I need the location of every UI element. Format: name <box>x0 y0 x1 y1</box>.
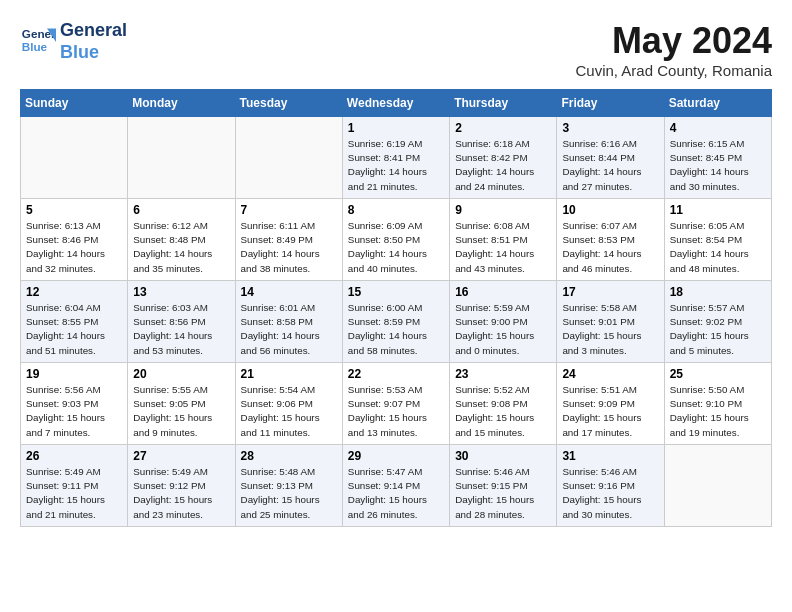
page-header: General Blue General Blue May 2024 Cuvin… <box>20 20 772 79</box>
day-number: 7 <box>241 203 337 217</box>
day-info: Sunrise: 5:53 AM Sunset: 9:07 PM Dayligh… <box>348 383 444 440</box>
calendar-day-cell: 16Sunrise: 5:59 AM Sunset: 9:00 PM Dayli… <box>450 281 557 363</box>
calendar-day-cell <box>235 117 342 199</box>
day-info: Sunrise: 6:04 AM Sunset: 8:55 PM Dayligh… <box>26 301 122 358</box>
calendar-day-cell: 3Sunrise: 6:16 AM Sunset: 8:44 PM Daylig… <box>557 117 664 199</box>
calendar-week-row: 1Sunrise: 6:19 AM Sunset: 8:41 PM Daylig… <box>21 117 772 199</box>
day-info: Sunrise: 5:58 AM Sunset: 9:01 PM Dayligh… <box>562 301 658 358</box>
day-info: Sunrise: 6:00 AM Sunset: 8:59 PM Dayligh… <box>348 301 444 358</box>
day-number: 16 <box>455 285 551 299</box>
calendar-day-cell: 20Sunrise: 5:55 AM Sunset: 9:05 PM Dayli… <box>128 363 235 445</box>
day-of-week-header: Tuesday <box>235 90 342 117</box>
calendar-day-cell: 29Sunrise: 5:47 AM Sunset: 9:14 PM Dayli… <box>342 445 449 527</box>
day-number: 22 <box>348 367 444 381</box>
day-info: Sunrise: 6:07 AM Sunset: 8:53 PM Dayligh… <box>562 219 658 276</box>
calendar-day-cell: 27Sunrise: 5:49 AM Sunset: 9:12 PM Dayli… <box>128 445 235 527</box>
day-info: Sunrise: 5:46 AM Sunset: 9:15 PM Dayligh… <box>455 465 551 522</box>
day-info: Sunrise: 5:50 AM Sunset: 9:10 PM Dayligh… <box>670 383 766 440</box>
day-info: Sunrise: 5:49 AM Sunset: 9:11 PM Dayligh… <box>26 465 122 522</box>
calendar-day-cell: 19Sunrise: 5:56 AM Sunset: 9:03 PM Dayli… <box>21 363 128 445</box>
calendar-day-cell: 8Sunrise: 6:09 AM Sunset: 8:50 PM Daylig… <box>342 199 449 281</box>
day-number: 17 <box>562 285 658 299</box>
calendar-day-cell: 17Sunrise: 5:58 AM Sunset: 9:01 PM Dayli… <box>557 281 664 363</box>
day-number: 26 <box>26 449 122 463</box>
day-info: Sunrise: 6:09 AM Sunset: 8:50 PM Dayligh… <box>348 219 444 276</box>
calendar-header-row: SundayMondayTuesdayWednesdayThursdayFrid… <box>21 90 772 117</box>
day-of-week-header: Monday <box>128 90 235 117</box>
calendar-day-cell: 5Sunrise: 6:13 AM Sunset: 8:46 PM Daylig… <box>21 199 128 281</box>
logo-text: General Blue <box>60 20 127 63</box>
month-title: May 2024 <box>576 20 773 62</box>
calendar-day-cell: 31Sunrise: 5:46 AM Sunset: 9:16 PM Dayli… <box>557 445 664 527</box>
day-info: Sunrise: 5:54 AM Sunset: 9:06 PM Dayligh… <box>241 383 337 440</box>
day-number: 28 <box>241 449 337 463</box>
day-number: 14 <box>241 285 337 299</box>
day-number: 9 <box>455 203 551 217</box>
day-number: 13 <box>133 285 229 299</box>
day-info: Sunrise: 5:56 AM Sunset: 9:03 PM Dayligh… <box>26 383 122 440</box>
calendar-day-cell: 7Sunrise: 6:11 AM Sunset: 8:49 PM Daylig… <box>235 199 342 281</box>
calendar-week-row: 26Sunrise: 5:49 AM Sunset: 9:11 PM Dayli… <box>21 445 772 527</box>
day-of-week-header: Thursday <box>450 90 557 117</box>
day-number: 4 <box>670 121 766 135</box>
calendar-table: SundayMondayTuesdayWednesdayThursdayFrid… <box>20 89 772 527</box>
day-info: Sunrise: 6:15 AM Sunset: 8:45 PM Dayligh… <box>670 137 766 194</box>
calendar-day-cell: 6Sunrise: 6:12 AM Sunset: 8:48 PM Daylig… <box>128 199 235 281</box>
day-info: Sunrise: 6:19 AM Sunset: 8:41 PM Dayligh… <box>348 137 444 194</box>
calendar-day-cell: 11Sunrise: 6:05 AM Sunset: 8:54 PM Dayli… <box>664 199 771 281</box>
calendar-day-cell: 1Sunrise: 6:19 AM Sunset: 8:41 PM Daylig… <box>342 117 449 199</box>
day-info: Sunrise: 6:13 AM Sunset: 8:46 PM Dayligh… <box>26 219 122 276</box>
day-number: 11 <box>670 203 766 217</box>
day-number: 31 <box>562 449 658 463</box>
calendar-day-cell: 26Sunrise: 5:49 AM Sunset: 9:11 PM Dayli… <box>21 445 128 527</box>
day-of-week-header: Sunday <box>21 90 128 117</box>
calendar-day-cell: 12Sunrise: 6:04 AM Sunset: 8:55 PM Dayli… <box>21 281 128 363</box>
day-number: 15 <box>348 285 444 299</box>
calendar-day-cell: 4Sunrise: 6:15 AM Sunset: 8:45 PM Daylig… <box>664 117 771 199</box>
day-of-week-header: Friday <box>557 90 664 117</box>
calendar-day-cell: 14Sunrise: 6:01 AM Sunset: 8:58 PM Dayli… <box>235 281 342 363</box>
calendar-day-cell: 21Sunrise: 5:54 AM Sunset: 9:06 PM Dayli… <box>235 363 342 445</box>
svg-text:Blue: Blue <box>22 40 48 53</box>
day-number: 23 <box>455 367 551 381</box>
day-number: 1 <box>348 121 444 135</box>
day-number: 29 <box>348 449 444 463</box>
day-number: 3 <box>562 121 658 135</box>
day-info: Sunrise: 5:59 AM Sunset: 9:00 PM Dayligh… <box>455 301 551 358</box>
calendar-day-cell: 25Sunrise: 5:50 AM Sunset: 9:10 PM Dayli… <box>664 363 771 445</box>
calendar-week-row: 5Sunrise: 6:13 AM Sunset: 8:46 PM Daylig… <box>21 199 772 281</box>
day-info: Sunrise: 6:03 AM Sunset: 8:56 PM Dayligh… <box>133 301 229 358</box>
day-of-week-header: Wednesday <box>342 90 449 117</box>
calendar-day-cell: 28Sunrise: 5:48 AM Sunset: 9:13 PM Dayli… <box>235 445 342 527</box>
calendar-day-cell: 13Sunrise: 6:03 AM Sunset: 8:56 PM Dayli… <box>128 281 235 363</box>
calendar-day-cell: 23Sunrise: 5:52 AM Sunset: 9:08 PM Dayli… <box>450 363 557 445</box>
day-number: 18 <box>670 285 766 299</box>
location: Cuvin, Arad County, Romania <box>576 62 773 79</box>
calendar-day-cell <box>664 445 771 527</box>
calendar-day-cell: 18Sunrise: 5:57 AM Sunset: 9:02 PM Dayli… <box>664 281 771 363</box>
day-number: 5 <box>26 203 122 217</box>
day-number: 27 <box>133 449 229 463</box>
calendar-day-cell: 2Sunrise: 6:18 AM Sunset: 8:42 PM Daylig… <box>450 117 557 199</box>
logo: General Blue General Blue <box>20 20 127 63</box>
day-info: Sunrise: 5:49 AM Sunset: 9:12 PM Dayligh… <box>133 465 229 522</box>
day-number: 8 <box>348 203 444 217</box>
day-info: Sunrise: 5:48 AM Sunset: 9:13 PM Dayligh… <box>241 465 337 522</box>
day-number: 12 <box>26 285 122 299</box>
day-number: 24 <box>562 367 658 381</box>
calendar-day-cell <box>21 117 128 199</box>
day-info: Sunrise: 5:52 AM Sunset: 9:08 PM Dayligh… <box>455 383 551 440</box>
calendar-day-cell: 15Sunrise: 6:00 AM Sunset: 8:59 PM Dayli… <box>342 281 449 363</box>
day-info: Sunrise: 6:01 AM Sunset: 8:58 PM Dayligh… <box>241 301 337 358</box>
day-info: Sunrise: 6:12 AM Sunset: 8:48 PM Dayligh… <box>133 219 229 276</box>
calendar-day-cell <box>128 117 235 199</box>
day-number: 10 <box>562 203 658 217</box>
day-info: Sunrise: 6:16 AM Sunset: 8:44 PM Dayligh… <box>562 137 658 194</box>
day-number: 30 <box>455 449 551 463</box>
day-info: Sunrise: 6:05 AM Sunset: 8:54 PM Dayligh… <box>670 219 766 276</box>
calendar-day-cell: 9Sunrise: 6:08 AM Sunset: 8:51 PM Daylig… <box>450 199 557 281</box>
day-number: 25 <box>670 367 766 381</box>
calendar-day-cell: 22Sunrise: 5:53 AM Sunset: 9:07 PM Dayli… <box>342 363 449 445</box>
day-of-week-header: Saturday <box>664 90 771 117</box>
calendar-week-row: 12Sunrise: 6:04 AM Sunset: 8:55 PM Dayli… <box>21 281 772 363</box>
